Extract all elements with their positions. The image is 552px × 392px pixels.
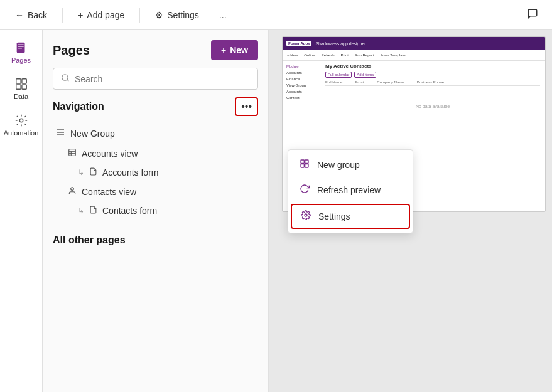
sidebar-item-pages[interactable]: Pages [3,35,40,69]
contacts-form-icon [89,206,97,216]
chat-button[interactable] [523,4,542,25]
plus-icon: + [78,10,83,20]
main-layout: Pages Data Automation [0,30,552,392]
pages-header: Pages + New [53,40,258,60]
preview-table-header: Full Name Email Company Name Business Ph… [325,80,540,86]
pages-title: Pages [53,43,90,58]
svg-rect-2 [18,46,23,46]
svg-rect-18 [301,160,304,163]
svg-rect-4 [16,79,20,83]
svg-point-17 [71,188,74,191]
nav-item-contacts-form[interactable]: ↳ Contacts form [53,202,258,220]
preview-col-phone: Business Phone [417,80,444,84]
search-icon [61,73,70,84]
svg-point-8 [19,119,23,122]
search-box[interactable] [53,68,258,90]
pages-sidebar-label: Pages [11,56,31,64]
add-page-label: Add page [87,10,124,20]
preview-no-data-message: No data available [325,87,540,125]
indent-arrow-icon: ↳ [78,168,84,177]
navigation-group: New Group Accounts view [53,124,258,220]
nav-item-accounts-form[interactable]: ↳ Accounts form [53,164,258,181]
settings-button[interactable]: ⚙ Settings [150,6,204,24]
preview-full-calendar-btn: Full calendar [325,72,352,78]
new-btn-label: New [230,45,248,55]
preview-toolbar-run: Run Report [353,53,376,58]
preview-add-items-btn: Add Items [354,72,376,78]
back-label: Back [28,10,47,20]
preview-view-title: My Active Contacts [325,63,540,69]
preview-col-fullname: Full Name [325,80,342,84]
svg-rect-21 [305,164,308,167]
back-button[interactable]: ← Back [10,6,52,24]
navigation-title: Navigation [53,101,104,112]
content-area: Pages + New Navigation [43,30,552,392]
preview-nav-finance: Finance [285,76,317,82]
more-options-button[interactable]: ... [214,6,232,24]
preview-toolbar-online: Online [302,53,317,58]
dropdown-new-group[interactable]: New group [288,152,413,177]
pages-icon [14,40,29,55]
settings-dropdown-icon [300,210,312,223]
new-btn-plus-icon: + [221,45,226,55]
accounts-view-icon [68,148,77,159]
svg-point-22 [305,214,307,216]
top-bar: ← Back + Add page ⚙ Settings ... [0,0,552,30]
icon-sidebar: Pages Data Automation [0,30,43,392]
contacts-form-label: Contacts form [102,206,157,216]
svg-rect-19 [305,160,308,163]
new-button[interactable]: + New [211,40,258,60]
all-other-pages: All other pages [53,235,258,246]
sidebar-item-automation[interactable]: Automation [3,108,40,142]
data-icon [14,77,29,92]
svg-rect-6 [16,85,20,89]
nav-item-contacts-view[interactable]: Contacts view [53,183,258,201]
preview-toolbar-excel: Form Template [379,53,408,58]
automation-sidebar-label: Automation [4,129,39,137]
preview-toolbar: + New Online Refresh Print Run Report Fo… [283,50,545,61]
nav-group-label[interactable]: New Group [53,124,258,143]
preview-nav-accounts2: Accounts [285,88,317,95]
pages-panel: Pages + New Navigation [43,30,269,392]
dropdown-settings[interactable]: Settings [291,204,410,229]
automation-icon [14,113,29,128]
gear-icon: ⚙ [155,10,163,20]
accounts-view-label: Accounts view [82,149,138,159]
preview-col-email: Email [355,80,364,84]
refresh-preview-dropdown-label: Refresh preview [317,185,381,195]
group-name: New Group [70,129,115,139]
preview-designer-title: Shadowless app designer [315,41,365,46]
navigation-section: Navigation ••• New [53,97,258,220]
preview-nav-contact: Contact [285,95,317,101]
search-input[interactable] [75,74,250,84]
separator [62,8,63,23]
preview-nav-viewgroup: View Group [285,82,317,88]
dropdown-menu: New group Refresh preview [288,149,413,233]
nav-item-accounts-view[interactable]: Accounts view [53,144,258,162]
svg-rect-5 [21,79,26,83]
preview-nav-module: Module [285,63,317,70]
navigation-more-button[interactable]: ••• [235,97,258,116]
ellipsis-icon: ... [219,10,227,20]
new-group-dropdown-label: New group [317,160,360,170]
preview-nav-accounts: Accounts [285,70,317,76]
preview-app-bar: Power Apps Shadowless app designer [283,37,545,50]
accounts-form-icon [89,167,97,177]
svg-rect-13 [69,149,76,156]
svg-rect-1 [18,45,23,45]
navigation-ellipsis-icon: ••• [241,101,252,112]
svg-rect-3 [18,48,21,48]
sidebar-item-data[interactable]: Data [3,72,40,105]
accounts-form-label: Accounts form [102,167,158,177]
preview-toolbar-refresh: Refresh [320,53,337,58]
refresh-dropdown-icon [298,184,311,196]
svg-point-9 [62,75,68,80]
back-arrow-icon: ← [15,10,24,20]
indent-arrow2-icon: ↳ [78,206,84,215]
contacts-view-label: Contacts view [82,187,136,197]
dropdown-refresh-preview[interactable]: Refresh preview [288,177,413,203]
settings-label: Settings [167,10,199,20]
preview-action-bar: Full calendar Add Items [325,72,540,78]
svg-rect-7 [21,85,26,89]
add-page-button[interactable]: + Add page [73,6,129,24]
